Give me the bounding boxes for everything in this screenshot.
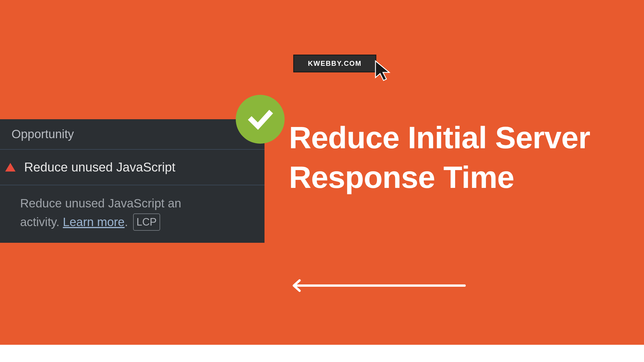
opportunity-label: Reduce unused JavaScript <box>24 160 175 174</box>
warning-icon <box>5 163 16 172</box>
cursor-icon <box>374 60 394 83</box>
canvas: KWEBBY.COM Opportunity Reduce unused Jav… <box>0 0 644 362</box>
learn-more-link[interactable]: Learn more <box>63 215 125 229</box>
lighthouse-panel: Opportunity Reduce unused JavaScript Red… <box>0 119 264 243</box>
opportunity-row[interactable]: Reduce unused JavaScript <box>0 150 264 185</box>
detail-suffix: . <box>124 215 131 229</box>
main-title: Reduce Initial Server Response Time <box>289 118 615 197</box>
checkmark-badge <box>236 95 285 144</box>
arrow-line <box>299 284 466 287</box>
detail-text-2: activity. <box>20 215 63 229</box>
detail-text-1: Reduce unused JavaScript an <box>20 197 181 210</box>
panel-header: Opportunity <box>0 119 264 150</box>
check-icon <box>246 105 275 134</box>
opportunity-detail: Reduce unused JavaScript an activity. Le… <box>0 185 264 243</box>
lcp-tag: LCP <box>133 213 160 231</box>
site-badge: KWEBBY.COM <box>293 55 376 72</box>
site-badge-label: KWEBBY.COM <box>308 59 362 67</box>
